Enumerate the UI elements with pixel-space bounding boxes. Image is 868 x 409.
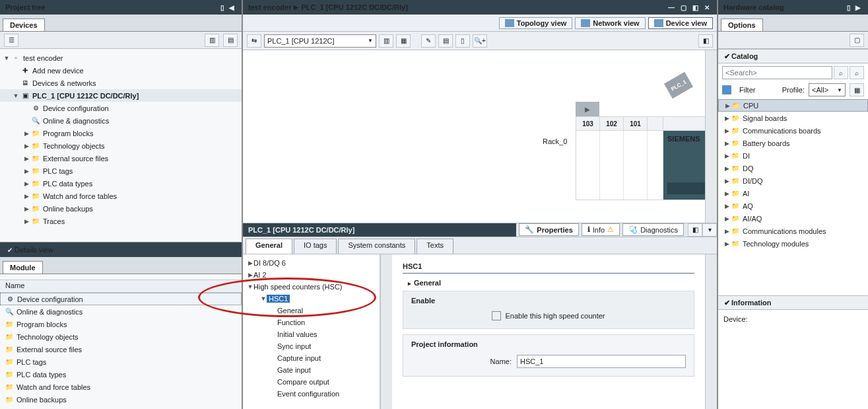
details-col-name[interactable]: Name	[0, 279, 242, 293]
toolbar-btn[interactable]: ▤	[438, 34, 453, 48]
cat-item[interactable]: Communications modules	[743, 227, 826, 235]
cat-item[interactable]: Communications boards	[743, 127, 821, 135]
toolbar-btn[interactable]: ▤	[223, 34, 238, 47]
tree-item[interactable]: PLC data types	[43, 180, 92, 188]
tab-module[interactable]: Module	[3, 261, 43, 274]
cat-item[interactable]: AI/AQ	[743, 215, 762, 223]
tree-item[interactable]: Online backups	[43, 205, 93, 213]
tree-root[interactable]: test encoder	[23, 54, 63, 62]
details-row[interactable]: External source files	[17, 346, 82, 353]
search-input[interactable]	[722, 66, 832, 79]
tree-item-plc[interactable]: PLC_1 [CPU 1212C DC/DC/Rly]	[32, 92, 139, 100]
device-canvas[interactable]: PLC_1 ▶ Rack_0 103 102 101 1 2 3	[243, 50, 717, 223]
enable-hsc-checkbox[interactable]	[492, 311, 501, 320]
catalog-header[interactable]: ✔Catalog	[718, 49, 868, 63]
nav-item[interactable]: Function	[277, 318, 305, 326]
cat-item[interactable]: Battery boards	[743, 139, 790, 147]
tab-options[interactable]: Options	[721, 19, 763, 31]
slot-cell[interactable]	[600, 131, 624, 200]
nav-item[interactable]: General	[277, 307, 303, 315]
chevron-down-icon[interactable]: ▾	[702, 223, 717, 237]
slot-cell[interactable]	[624, 131, 648, 200]
tree-item[interactable]: Online & diagnostics	[43, 117, 109, 125]
nav-item[interactable]: Event configuration	[277, 390, 339, 398]
cat-item[interactable]: CPU	[743, 102, 758, 110]
details-row[interactable]: Online backups	[17, 396, 67, 404]
slot-label[interactable]: 102	[600, 117, 624, 130]
tree-item[interactable]: External source files	[43, 155, 108, 163]
details-row[interactable]: Technology objects	[17, 333, 79, 341]
tree-item[interactable]: Watch and force tables	[43, 192, 117, 200]
cat-item[interactable]: AI	[743, 190, 749, 198]
slot-label[interactable]: 103	[576, 117, 600, 130]
diagnostics-button[interactable]: 🩺Diagnostics	[622, 223, 684, 236]
toolbar-btn[interactable]: ▥	[379, 34, 393, 48]
tree-item[interactable]: Program blocks	[43, 130, 93, 137]
breadcrumb-part[interactable]: PLC_1 [CPU 1212C DC/DC/Rly]	[301, 3, 407, 11]
nav-item[interactable]: Sync input	[277, 342, 311, 350]
pin-icon[interactable]: ▯	[844, 3, 853, 12]
cat-item[interactable]: DI	[743, 152, 750, 160]
nav-item[interactable]: AI 2	[253, 271, 267, 279]
nav-item-hsc1[interactable]: HSC1	[267, 295, 290, 303]
nav-item-hsc[interactable]: High speed counters (HSC)	[253, 283, 343, 291]
toolbar-btn[interactable]: ▥	[205, 34, 219, 47]
details-row[interactable]: PLC tags	[17, 358, 46, 366]
toolbar-btn[interactable]: ▢	[850, 34, 864, 47]
minimize-icon[interactable]: —	[667, 3, 676, 12]
toolbar-btn[interactable]: ⇆	[247, 34, 261, 48]
tree-item[interactable]: Traces	[43, 217, 65, 225]
network-view-button[interactable]: Network view	[575, 17, 645, 29]
slot-label[interactable]: 101	[624, 117, 648, 130]
profile-select[interactable]: <All>▼	[809, 83, 846, 96]
tree-item[interactable]: Devices & networks	[32, 79, 96, 87]
toolbar-btn[interactable]: ◧	[698, 34, 713, 48]
nav-item[interactable]: Gate input	[277, 366, 311, 374]
scrollbar[interactable]	[380, 254, 392, 410]
tab-devices[interactable]: Devices	[3, 19, 45, 31]
toolbar-btn[interactable]: ☰	[4, 34, 18, 47]
tree-item[interactable]: Add new device	[32, 67, 84, 75]
cat-item[interactable]: DQ	[743, 165, 754, 172]
tab-io-tags[interactable]: IO tags	[294, 239, 337, 254]
toolbar-btn[interactable]: ◧	[688, 223, 702, 237]
nav-item[interactable]: Compare output	[277, 378, 329, 386]
details-row[interactable]: Program blocks	[17, 320, 67, 328]
maximize-icon[interactable]: ◧	[690, 3, 700, 12]
toolbar-btn[interactable]: ▦	[850, 83, 864, 96]
filter-checkbox[interactable]	[722, 85, 731, 94]
pin-icon[interactable]: ▯	[218, 3, 227, 12]
details-row[interactable]: Online & diagnostics	[17, 308, 83, 316]
close-icon[interactable]: ✕	[702, 3, 712, 12]
catalog-tree[interactable]: ▶📁CPU ▶📁Signal boards ▶📁Communications b…	[718, 98, 868, 295]
restore-icon[interactable]: ▢	[679, 3, 688, 12]
information-header[interactable]: ✔Information	[718, 295, 868, 310]
breadcrumb-part[interactable]: test encoder	[248, 3, 291, 11]
search-button[interactable]: ⌕	[834, 66, 848, 79]
tree-item[interactable]: Technology objects	[43, 142, 105, 150]
properties-button[interactable]: 🔧Properties	[519, 223, 578, 236]
scrollbar[interactable]	[705, 50, 717, 223]
tab-general[interactable]: General	[246, 239, 292, 254]
name-field[interactable]	[517, 355, 686, 368]
chevron-right-icon[interactable]: ▸	[408, 280, 411, 287]
rack-arrow[interactable]: ▶	[576, 102, 599, 116]
cat-item[interactable]: DI/DQ	[743, 177, 763, 185]
search-button[interactable]: ⌕	[850, 66, 864, 79]
nav-item[interactable]: Capture input	[277, 354, 321, 362]
tab-system-constants[interactable]: System constants	[338, 239, 415, 254]
details-row[interactable]: Watch and force tables	[17, 383, 90, 391]
nav-item[interactable]: DI 8/DQ 6	[253, 259, 286, 267]
toolbar-btn[interactable]: ▯	[455, 34, 470, 48]
collapse-icon[interactable]: ◀	[227, 3, 236, 12]
cat-item[interactable]: AQ	[743, 202, 753, 210]
topology-view-button[interactable]: Topology view	[499, 17, 573, 29]
collapse-icon[interactable]: ▶	[853, 3, 863, 12]
cat-item[interactable]: Signal boards	[743, 114, 787, 122]
device-select[interactable]: PLC_1 [CPU 1212C]▼	[264, 34, 376, 48]
inspector-nav[interactable]: ▶DI 8/DQ 6 ▶AI 2 ▼High speed counters (H…	[243, 254, 380, 410]
scrollbar[interactable]	[705, 254, 717, 410]
slot-cell[interactable]	[576, 131, 600, 200]
tree-item[interactable]: PLC tags	[43, 167, 73, 175]
cat-item[interactable]: Technology modules	[743, 240, 809, 248]
